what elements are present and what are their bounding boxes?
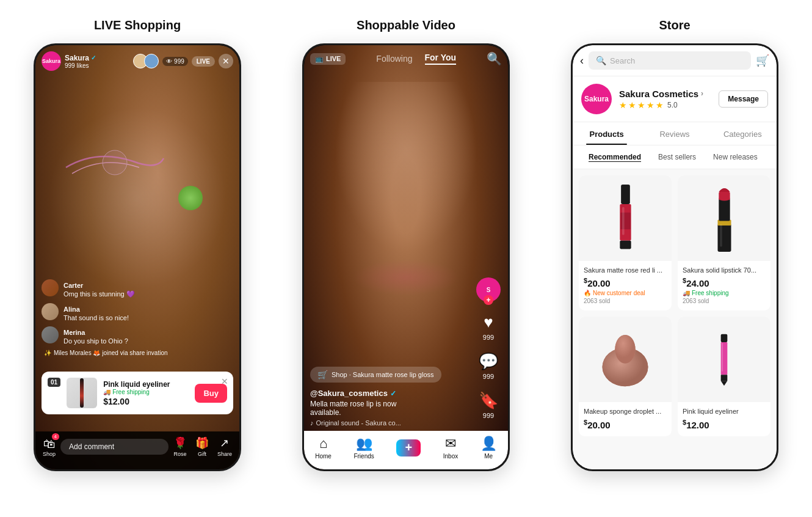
bookmark-button[interactable]: 🔖 999	[479, 391, 498, 419]
me-label: Me	[484, 453, 493, 460]
live-follower-badges	[133, 54, 159, 68]
nav-inbox[interactable]: ✉ Inbox	[443, 436, 458, 460]
product-card-eyeliner[interactable]: Pink liquid eyeliner $12.00	[678, 317, 770, 436]
store-avatar: Sakura	[581, 84, 612, 114]
back-arrow-icon[interactable]: ‹	[580, 54, 584, 67]
inbox-label: Inbox	[443, 453, 458, 460]
cart-icon[interactable]: 🛒	[756, 54, 769, 67]
live-icon: 📺	[315, 55, 324, 63]
rose-icon: 🌹	[173, 436, 187, 450]
store-title: Store	[659, 18, 690, 32]
svg-rect-6	[717, 224, 731, 252]
live-username: Sakura ✓	[65, 54, 96, 62]
product-card-info: Sakura solid lipstick 70... $24.00 🚚 Fre…	[678, 261, 770, 304]
home-label: Home	[315, 453, 332, 460]
store-rating-value: 5.0	[667, 101, 678, 109]
comment-message: That sound is so nice!	[63, 314, 129, 321]
product-freeship: 🚚 Free shipping	[683, 290, 766, 296]
product-glow	[178, 186, 203, 210]
store-filters: Recommended Best sellers New releases	[573, 145, 777, 169]
video-bottom-overlay: 🛒 Shop · Sakura matte rose lip gloss @Sa…	[310, 367, 474, 427]
svg-rect-16	[721, 334, 728, 342]
nav-home[interactable]: ⌂ Home	[315, 436, 332, 460]
filter-recommended[interactable]: Recommended	[580, 150, 650, 164]
product-name: Pink liquid eyeliner	[103, 380, 189, 389]
filter-new-releases[interactable]: New releases	[705, 150, 766, 164]
product-card-price: $20.00	[584, 419, 667, 430]
live-comment-item: Merina Do you ship to Ohio ?	[42, 326, 168, 345]
comment-message: Do you ship to Ohio ?	[63, 337, 128, 345]
lipgloss-svg	[609, 178, 642, 258]
svg-rect-8	[719, 199, 730, 221]
comment-button[interactable]: 💬 999	[479, 352, 498, 380]
store-search-bar[interactable]: 🔍 Search	[589, 51, 751, 70]
comment-icon: 💬	[479, 352, 498, 371]
shop-button[interactable]: 4 🛍 Shop	[43, 437, 56, 457]
video-creator-username: @Sakura_cosmetics ✓	[310, 389, 474, 398]
product-card-price: $24.00	[683, 277, 766, 288]
filter-best-sellers[interactable]: Best sellers	[650, 150, 705, 164]
svg-rect-11	[720, 224, 722, 247]
product-card-price: $12.00	[683, 419, 766, 430]
inbox-icon: ✉	[445, 436, 456, 452]
sparkle-icon: ✨	[44, 350, 51, 356]
share-button[interactable]: ↗ Share	[217, 436, 232, 457]
store-profile: Sakura Sakura Cosmetics › ★ ★ ★ ★	[573, 76, 777, 122]
tab-categories[interactable]: Categories	[709, 122, 777, 145]
video-search-icon[interactable]: 🔍	[487, 51, 502, 66]
lip-color-overlay	[353, 259, 459, 296]
store-phone: ‹ 🔍 Search 🛒 Sakura Sakura Cosmetics	[571, 43, 778, 471]
product-card-lipgloss[interactable]: Sakura matte rose red li ... $20.00 🔥 Ne…	[579, 175, 672, 310]
svg-point-15	[615, 335, 635, 364]
video-verified-icon: ✓	[390, 389, 396, 398]
for-you-tab[interactable]: For You	[425, 53, 457, 65]
gift-button[interactable]: 🎁 Gift	[195, 436, 209, 457]
buy-button[interactable]: Buy	[195, 384, 227, 403]
comment-username: Alina	[63, 306, 80, 313]
eyeliner-image	[80, 378, 84, 408]
product-info: Pink liquid eyeliner 🚚 Free shipping $12…	[103, 380, 189, 406]
live-viewer-count: 👁 999	[162, 57, 188, 66]
product-card-price: $20.00	[584, 277, 667, 288]
ship-icon: 🚚	[103, 389, 111, 395]
shop-pill[interactable]: 🛒 Shop · Sakura matte rose lip gloss	[310, 367, 441, 383]
fire-icon: 🔥	[584, 290, 591, 296]
star-4: ★	[647, 100, 654, 110]
product-image-eyeliner	[678, 317, 770, 402]
like-button[interactable]: ♥ 999	[483, 313, 494, 341]
comment-message: Omg this is stunning 💜	[63, 290, 135, 298]
nav-create[interactable]: +	[396, 439, 421, 457]
creator-follow-button[interactable]: S +	[476, 277, 501, 302]
nav-me[interactable]: 👤 Me	[480, 436, 497, 460]
product-card-info: Makeup sponge droplet ... $20.00	[579, 402, 672, 430]
message-button[interactable]: Message	[719, 90, 768, 108]
friends-label: Friends	[353, 453, 374, 460]
product-card-sponge[interactable]: Makeup sponge droplet ... $20.00	[579, 317, 672, 436]
nav-friends[interactable]: 👥 Friends	[353, 436, 374, 460]
product-image-sponge	[579, 317, 672, 402]
live-comment-item: Carter Omg this is stunning 💜	[42, 279, 168, 298]
svg-rect-18	[721, 375, 728, 381]
create-plus-button[interactable]: +	[396, 439, 421, 457]
shop-badge-count: 4	[52, 433, 59, 440]
video-background: 📺 LIVE Following For You 🔍	[304, 45, 508, 469]
rose-button[interactable]: 🌹 Rose	[173, 436, 187, 457]
live-right-top: 👁 999 LIVE ✕	[133, 54, 233, 68]
tab-products[interactable]: Products	[573, 122, 640, 145]
following-tab[interactable]: Following	[376, 54, 412, 64]
tab-reviews[interactable]: Reviews	[640, 122, 708, 145]
store-stars: ★ ★ ★ ★ ★ 5.0	[619, 100, 711, 110]
product-card-lipstick[interactable]: Sakura solid lipstick 70... $24.00 🚚 Fre…	[678, 175, 770, 310]
live-topbar: Sakura Sakura ✓ 999 likes	[42, 51, 233, 71]
comment-input[interactable]: Add comment	[60, 439, 169, 455]
follower-avatar	[144, 54, 159, 68]
product-close-button[interactable]: ✕	[221, 376, 228, 386]
bottom-actions: 🌹 Rose 🎁 Gift ↗ Share	[173, 436, 232, 457]
video-tabs[interactable]: Following For You	[376, 53, 456, 65]
product-image-lipstick	[678, 175, 770, 261]
product-free-shipping: 🚚 Free shipping	[103, 389, 189, 395]
product-card-info: Pink liquid eyeliner $12.00	[678, 402, 770, 430]
live-close-button[interactable]: ✕	[219, 54, 233, 68]
search-icon: 🔍	[596, 56, 606, 65]
shop-label: Shop	[43, 451, 56, 457]
